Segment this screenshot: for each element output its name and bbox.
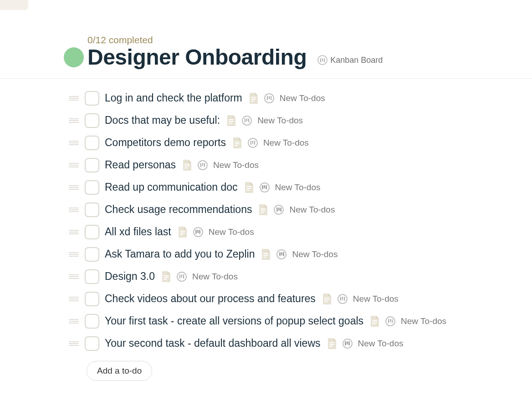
task-status-label: New To-dos (292, 249, 338, 259)
drag-handle-icon[interactable] (68, 341, 79, 346)
task-checkbox[interactable] (85, 158, 99, 172)
task-row[interactable]: Log in and check the platformNew To-dos (68, 87, 532, 109)
status-dot-icon (64, 47, 84, 67)
task-title[interactable]: Your first task - create all versions of… (105, 315, 363, 327)
drag-handle-icon[interactable] (68, 96, 79, 101)
kanban-icon (242, 116, 252, 126)
page-container: 0/12 completed Designer Onboarding Kanba… (0, 0, 532, 395)
page-title: Designer Onboarding (87, 46, 307, 68)
task-title[interactable]: All xd files last (105, 226, 171, 238)
task-title[interactable]: Read up communication doc (105, 181, 238, 193)
task-row[interactable]: Docs that may be useful:New To-dos (68, 109, 532, 132)
task-status-label: New To-dos (213, 160, 259, 170)
document-icon (182, 159, 192, 171)
kanban-icon (385, 316, 395, 326)
document-icon (249, 92, 259, 104)
document-icon (226, 115, 236, 127)
task-checkbox[interactable] (85, 269, 99, 284)
document-icon (327, 338, 337, 349)
task-row[interactable]: Competitors demo reportsNew To-dos (68, 132, 532, 154)
kanban-icon (343, 339, 353, 349)
task-status-label: New To-dos (209, 227, 254, 237)
kanban-icon (338, 294, 348, 304)
task-row[interactable]: Your first task - create all versions of… (68, 310, 532, 332)
kanban-icon (260, 182, 270, 192)
task-status-label: New To-dos (358, 339, 404, 349)
task-status-label: New To-dos (401, 316, 446, 326)
kanban-icon (248, 138, 258, 148)
drag-handle-icon[interactable] (68, 319, 79, 324)
document-icon (370, 315, 380, 327)
drag-handle-icon[interactable] (68, 274, 79, 279)
document-icon (322, 293, 332, 305)
kanban-icon (317, 55, 327, 65)
task-title[interactable]: Check videos about our process and featu… (105, 293, 316, 305)
task-title[interactable]: Competitors demo reports (105, 137, 226, 149)
add-todo-row: Add a to-do (87, 361, 532, 381)
task-row[interactable]: Design 3.0New To-dos (68, 265, 532, 288)
task-checkbox[interactable] (85, 292, 99, 306)
task-title[interactable]: Log in and check the platform (105, 92, 242, 104)
kanban-icon (264, 93, 274, 103)
task-checkbox[interactable] (85, 113, 99, 128)
title-row: Designer Onboarding Kanban Board (64, 46, 532, 68)
task-checkbox[interactable] (85, 225, 99, 239)
task-checkbox[interactable] (85, 203, 99, 217)
task-checkbox[interactable] (85, 136, 99, 150)
kanban-icon (177, 272, 187, 282)
task-row[interactable]: Ask Tamara to add you to ZeplinNew To-do… (68, 243, 532, 265)
kanban-icon (198, 160, 208, 170)
task-row[interactable]: All xd files lastNew To-dos (68, 221, 532, 243)
drag-handle-icon[interactable] (68, 297, 79, 301)
task-status-label: New To-dos (280, 93, 325, 103)
task-title[interactable]: Your second task - default dashboard all… (105, 337, 321, 349)
kanban-board-label: Kanban Board (330, 56, 383, 65)
task-status-label: New To-dos (275, 182, 321, 192)
task-title[interactable]: Ask Tamara to add you to Zeplin (105, 248, 255, 260)
task-row[interactable]: Check usage recommendationsNew To-dos (68, 198, 532, 221)
kanban-icon (193, 227, 203, 237)
task-status-label: New To-dos (263, 138, 309, 148)
task-checkbox[interactable] (85, 314, 99, 329)
kanban-icon (274, 205, 284, 215)
drag-handle-icon[interactable] (68, 185, 79, 190)
kanban-board-link[interactable]: Kanban Board (317, 55, 383, 65)
task-checkbox[interactable] (85, 91, 99, 106)
task-row[interactable]: Check videos about our process and featu… (68, 288, 532, 310)
task-row[interactable]: Read personasNew To-dos (68, 154, 532, 176)
task-status-label: New To-dos (257, 116, 303, 126)
document-icon (258, 204, 268, 216)
task-title[interactable]: Check usage recommendations (105, 203, 252, 216)
drag-handle-icon[interactable] (68, 118, 79, 123)
task-status-label: New To-dos (192, 272, 238, 282)
drag-handle-icon[interactable] (68, 208, 79, 212)
header: 0/12 completed Designer Onboarding Kanba… (0, 0, 532, 79)
document-icon (161, 271, 171, 283)
completion-count: 0/12 completed (87, 35, 532, 46)
kanban-icon (276, 249, 286, 259)
drag-handle-icon[interactable] (68, 163, 79, 167)
task-list: Log in and check the platformNew To-dosD… (0, 79, 532, 381)
task-checkbox[interactable] (85, 180, 99, 195)
task-row[interactable]: Your second task - default dashboard all… (68, 332, 532, 354)
document-icon (244, 182, 254, 193)
task-status-label: New To-dos (353, 294, 399, 304)
drag-handle-icon[interactable] (68, 252, 79, 257)
task-title[interactable]: Docs that may be useful: (105, 114, 220, 127)
task-title[interactable]: Read personas (105, 159, 176, 171)
task-status-label: New To-dos (289, 205, 335, 215)
task-checkbox[interactable] (85, 336, 99, 351)
task-checkbox[interactable] (85, 247, 99, 262)
drag-handle-icon[interactable] (68, 230, 79, 234)
drag-handle-icon[interactable] (68, 141, 79, 145)
task-row[interactable]: Read up communication docNew To-dos (68, 176, 532, 198)
task-title[interactable]: Design 3.0 (105, 270, 155, 283)
add-todo-button[interactable]: Add a to-do (87, 361, 152, 381)
document-icon (261, 248, 271, 260)
document-icon (178, 226, 188, 238)
document-icon (232, 137, 242, 149)
